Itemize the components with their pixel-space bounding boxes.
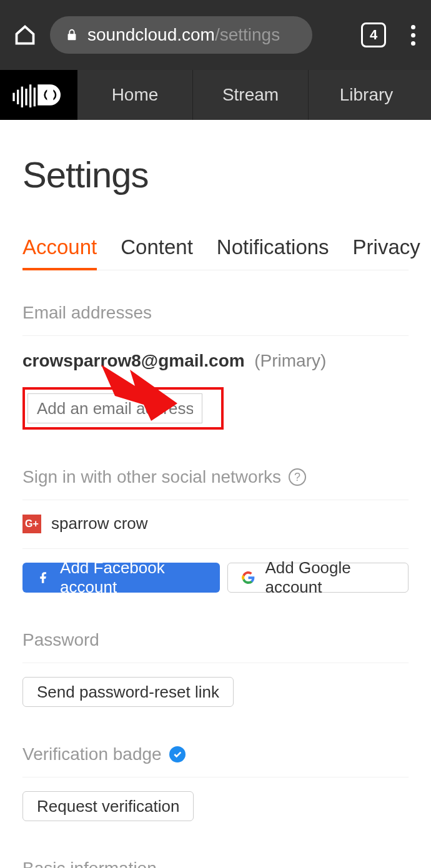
tab-count-button[interactable]: 4 xyxy=(361,22,386,47)
soundcloud-logo[interactable] xyxy=(0,70,77,120)
nav-stream[interactable]: Stream xyxy=(193,70,309,120)
add-google-button[interactable]: Add Google account xyxy=(227,563,409,593)
svg-point-8 xyxy=(46,91,55,100)
connected-social-name: sparrow crow xyxy=(51,514,148,533)
page-title: Settings xyxy=(22,154,409,195)
tab-notifications[interactable]: Notifications xyxy=(217,235,329,270)
add-facebook-button[interactable]: Add Facebook account xyxy=(22,563,220,593)
tab-privacy[interactable]: Privacy xyxy=(353,235,420,270)
verified-badge-icon xyxy=(169,746,186,762)
browser-chrome: soundcloud.com/settings 4 xyxy=(0,0,431,70)
google-icon xyxy=(242,570,255,585)
section-social-label: Sign in with other social networks ? xyxy=(22,467,409,500)
help-icon[interactable]: ? xyxy=(289,468,306,486)
annotation-highlight-box xyxy=(22,387,224,430)
primary-email-row: crowsparrow8@gmail.com (Primary) xyxy=(22,351,409,371)
svg-rect-0 xyxy=(12,93,14,101)
request-verification-button[interactable]: Request verification xyxy=(22,791,194,821)
svg-rect-4 xyxy=(29,84,31,107)
section-email-label: Email addresses xyxy=(22,303,409,336)
section-basic-label: Basic information xyxy=(22,859,409,868)
url-path: /settings xyxy=(215,25,280,44)
svg-rect-2 xyxy=(21,87,23,107)
section-verification-label: Verification badge xyxy=(22,744,409,777)
content-area: Settings Account Content Notifications P… xyxy=(0,120,431,868)
facebook-icon xyxy=(37,570,50,585)
svg-rect-3 xyxy=(25,89,27,106)
primary-email-tag: (Primary) xyxy=(254,351,326,370)
url-host: soundcloud.com xyxy=(87,25,215,44)
primary-email-address: crowsparrow8@gmail.com xyxy=(22,351,245,370)
password-reset-button[interactable]: Send password-reset link xyxy=(22,677,234,707)
browser-home-button[interactable] xyxy=(11,21,39,49)
url-bar[interactable]: soundcloud.com/settings xyxy=(50,16,312,54)
add-email-input[interactable] xyxy=(27,393,202,423)
svg-rect-1 xyxy=(17,90,19,104)
tab-count-value: 4 xyxy=(370,27,377,43)
nav-library[interactable]: Library xyxy=(309,70,424,120)
nav-home[interactable]: Home xyxy=(77,70,193,120)
lock-icon xyxy=(65,28,79,42)
connected-social-row: G+ sparrow crow xyxy=(22,514,409,549)
browser-menu-icon[interactable] xyxy=(411,25,416,46)
svg-rect-5 xyxy=(34,87,36,106)
tab-content[interactable]: Content xyxy=(121,235,193,270)
google-plus-icon: G+ xyxy=(22,515,41,533)
tab-account[interactable]: Account xyxy=(22,235,97,270)
site-nav: Home Stream Library xyxy=(0,70,431,120)
section-password-label: Password xyxy=(22,630,409,663)
settings-tabs: Account Content Notifications Privacy xyxy=(22,235,409,270)
